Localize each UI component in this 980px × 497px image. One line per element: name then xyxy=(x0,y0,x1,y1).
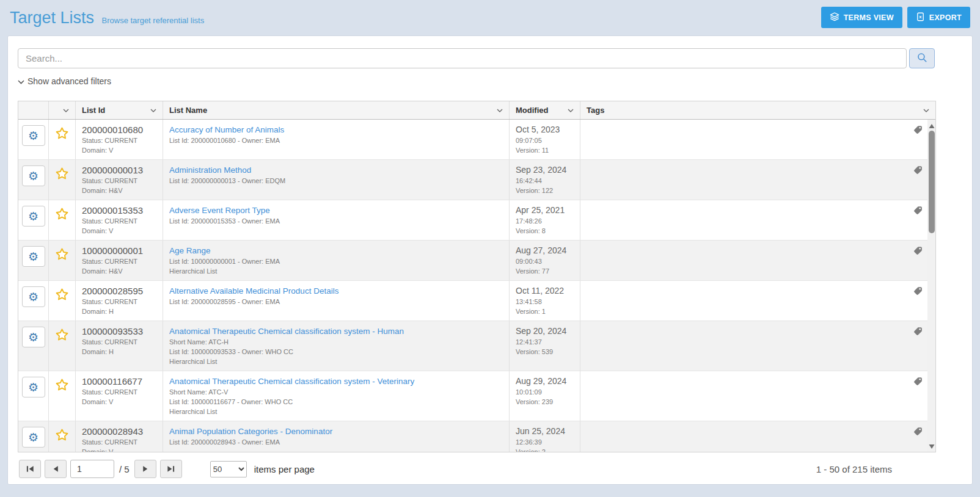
tag-icon[interactable] xyxy=(913,377,923,388)
items-per-page-label: items per page xyxy=(254,464,315,474)
advanced-filters-toggle[interactable]: Show advanced filters xyxy=(18,76,111,86)
modified-date: Sep 23, 2024 xyxy=(516,164,574,176)
next-page-button[interactable] xyxy=(134,460,156,478)
row-modified-cell: Jun 25, 2024 12:36:39 Version: 2 xyxy=(510,421,580,452)
row-tags-cell xyxy=(580,371,927,421)
tag-icon[interactable] xyxy=(913,327,923,338)
last-page-button[interactable] xyxy=(160,460,182,478)
row-settings-button[interactable]: ⚙ xyxy=(22,246,45,267)
search-button[interactable] xyxy=(909,48,935,68)
tag-icon[interactable] xyxy=(913,286,923,297)
table-header: List Id List Name Modified Tags xyxy=(18,101,935,120)
tag-icon[interactable] xyxy=(913,125,923,136)
search-icon xyxy=(916,52,928,65)
list-name-details: List Id: 200000010680 - Owner: EMA xyxy=(169,136,503,145)
export-button[interactable]: x EXPORT xyxy=(907,7,970,28)
list-id-column-menu-icon[interactable] xyxy=(149,107,158,114)
favorite-star-icon[interactable] xyxy=(55,288,69,303)
page-subtitle: Browse target referential lists xyxy=(102,16,205,25)
modified-time: 17:48:26 xyxy=(516,216,574,226)
list-status: Status: CURRENT xyxy=(82,337,156,347)
list-detail-line: List Id: 100000093533 - Owner: WHO CC xyxy=(169,347,503,357)
row-list-name-cell: Animal Population Categories - Denominat… xyxy=(163,421,510,452)
export-label: EXPORT xyxy=(929,13,962,22)
favorite-star-icon[interactable] xyxy=(55,126,69,142)
first-page-button[interactable] xyxy=(19,460,41,478)
modified-version: Version: 2 xyxy=(516,447,574,452)
tag-icon[interactable] xyxy=(913,246,923,257)
row-settings-button[interactable]: ⚙ xyxy=(22,125,45,146)
tag-icon[interactable] xyxy=(913,427,923,438)
modified-version: Version: 1 xyxy=(516,307,574,316)
list-name-details: List Id: 200000028943 - Owner: EMA xyxy=(169,437,503,447)
list-status: Status: CURRENT xyxy=(82,256,156,266)
tag-icon[interactable] xyxy=(913,165,923,176)
search-input[interactable] xyxy=(18,48,907,68)
pagination-bar: / 5 50 items per page 1 - 50 of 215 item… xyxy=(18,452,936,481)
row-list-id-cell: 100000116677 Status: CURRENT Domain: V xyxy=(76,371,163,421)
content-card: Show advanced filters List Id List Name xyxy=(7,35,973,485)
favorite-star-icon[interactable] xyxy=(55,207,69,223)
scroll-up-icon[interactable] xyxy=(927,121,935,130)
list-detail-line: Short Name: ATC-V xyxy=(169,387,503,397)
list-name-link[interactable]: Administration Method xyxy=(169,164,251,176)
row-settings-button[interactable]: ⚙ xyxy=(22,427,45,448)
row-actions-cell: ⚙ xyxy=(18,200,49,240)
row-settings-button[interactable]: ⚙ xyxy=(22,165,45,186)
row-settings-button[interactable]: ⚙ xyxy=(22,206,45,227)
row-settings-button[interactable]: ⚙ xyxy=(22,327,45,347)
list-name-link[interactable]: Anatomical Therapeutic Chemical classifi… xyxy=(169,375,414,387)
list-name-details: Short Name: ATC-HList Id: 100000093533 -… xyxy=(169,337,503,366)
favorite-star-icon[interactable] xyxy=(55,167,69,183)
gear-icon: ⚙ xyxy=(28,291,38,303)
list-name-column-menu-icon[interactable] xyxy=(495,107,504,114)
list-name-link[interactable]: Alternative Available Medicinal Product … xyxy=(169,285,338,297)
table-row: ⚙ 100000000001 Status: CURRENT Domain: H… xyxy=(18,241,927,281)
favorite-star-icon[interactable] xyxy=(55,247,69,263)
row-settings-button[interactable]: ⚙ xyxy=(22,286,45,307)
page-size-select[interactable]: 50 xyxy=(210,461,247,477)
list-id-value: 100000116677 xyxy=(82,375,156,387)
list-id-value: 200000028595 xyxy=(82,285,156,297)
vertical-scrollbar[interactable] xyxy=(927,120,935,452)
modified-column-menu-icon[interactable] xyxy=(566,107,575,114)
row-favorite-cell xyxy=(49,241,76,280)
header-actions-column xyxy=(18,101,49,119)
row-list-name-cell: Administration Method List Id: 200000000… xyxy=(163,160,510,200)
list-detail-line: List Id: 200000015353 - Owner: EMA xyxy=(169,216,503,226)
terms-view-button[interactable]: TERMS VIEW xyxy=(821,7,902,28)
list-status: Status: CURRENT xyxy=(82,437,156,447)
row-modified-cell: Oct 11, 2022 13:41:58 Version: 1 xyxy=(510,281,580,321)
advanced-filters-label: Show advanced filters xyxy=(27,76,111,86)
gear-icon: ⚙ xyxy=(28,332,38,343)
row-modified-cell: Sep 23, 2024 16:42:44 Version: 122 xyxy=(510,160,580,200)
list-name-link[interactable]: Animal Population Categories - Denominat… xyxy=(169,426,332,437)
favorite-star-icon[interactable] xyxy=(55,328,69,344)
favorites-column-menu-icon[interactable] xyxy=(62,107,70,114)
modified-time: 09:00:43 xyxy=(516,256,574,266)
list-name-link[interactable]: Adverse Event Report Type xyxy=(169,205,270,216)
list-name-link[interactable]: Anatomical Therapeutic Chemical classifi… xyxy=(169,325,404,337)
list-id-header-label: List Id xyxy=(82,106,105,115)
row-list-id-cell: 200000028943 Status: CURRENT Domain: V xyxy=(76,421,163,452)
list-name-link[interactable]: Accuracy of Number of Animals xyxy=(169,124,284,136)
modified-version: Version: 8 xyxy=(516,226,574,236)
tag-icon[interactable] xyxy=(913,206,923,217)
modified-version: Version: 539 xyxy=(516,347,574,357)
row-tags-cell xyxy=(580,241,927,280)
favorite-star-icon[interactable] xyxy=(55,428,69,444)
scroll-down-icon[interactable] xyxy=(927,441,935,451)
modified-version: Version: 77 xyxy=(516,266,574,276)
table-row: ⚙ 200000010680 Status: CURRENT Domain: V… xyxy=(18,120,927,160)
row-settings-button[interactable]: ⚙ xyxy=(22,377,45,397)
tags-column-menu-icon[interactable] xyxy=(922,107,931,114)
page-number-input[interactable] xyxy=(70,460,114,478)
row-list-id-cell: 100000000001 Status: CURRENT Domain: H&V xyxy=(76,241,163,280)
row-tags-cell xyxy=(580,281,927,321)
previous-page-button[interactable] xyxy=(45,460,67,478)
row-favorite-cell xyxy=(49,120,76,159)
row-actions-cell: ⚙ xyxy=(18,371,49,421)
scrollbar-thumb[interactable] xyxy=(929,131,935,233)
list-name-link[interactable]: Age Range xyxy=(169,245,211,256)
favorite-star-icon[interactable] xyxy=(55,378,69,394)
